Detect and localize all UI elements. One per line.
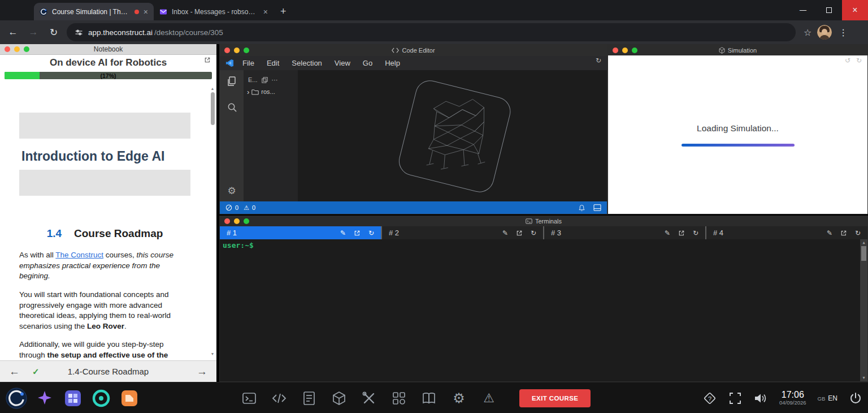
app-icon-purple-sparkle[interactable] xyxy=(34,388,55,409)
app-icon-orange[interactable] xyxy=(119,388,140,409)
fullscreen-icon[interactable] xyxy=(728,392,742,405)
terminal-viewport[interactable]: user:~$ ▲ ▼ xyxy=(220,239,867,381)
terminal-tab-3[interactable]: # 3 ✎ ↻ xyxy=(543,226,705,239)
volume-icon[interactable] xyxy=(753,392,768,405)
help-icon[interactable]: ? xyxy=(702,391,717,406)
close-traffic-light-icon[interactable] xyxy=(224,218,230,224)
back-button[interactable]: ← xyxy=(6,27,20,38)
editor-reload-button[interactable]: ↻ xyxy=(596,45,601,76)
terminal-scrollbar[interactable]: ▲ ▼ xyxy=(860,239,867,381)
scroll-up-icon[interactable]: ▲ xyxy=(862,240,865,245)
sim-sync-button[interactable]: ↺ xyxy=(845,57,850,64)
dock-terminal-icon[interactable] xyxy=(242,391,257,406)
tab-close-button[interactable]: × xyxy=(263,8,268,16)
restart-terminal-icon[interactable]: ↻ xyxy=(693,230,698,236)
notebook-content[interactable]: Introduction to Edge AI 1.4Course Roadma… xyxy=(0,82,216,360)
errors-icon xyxy=(225,204,232,211)
terminal-tab-2[interactable]: # 2 ✎ ↻ xyxy=(381,226,543,239)
scroll-down-icon[interactable]: ▼ xyxy=(211,352,215,356)
restart-terminal-icon[interactable]: ↻ xyxy=(368,230,374,236)
terminal-tab-1[interactable]: # 1 ✎ ↻ xyxy=(220,226,381,239)
tree-item-ros[interactable]: › ros... xyxy=(244,86,298,97)
scroll-down-icon[interactable]: ▼ xyxy=(862,376,865,380)
restart-terminal-icon[interactable]: ↻ xyxy=(855,230,861,236)
tab-close-button[interactable]: × xyxy=(144,8,148,16)
settings-gear-icon[interactable]: ⚙ xyxy=(227,185,236,197)
errors-count: 0 xyxy=(235,204,238,211)
open-external-icon[interactable] xyxy=(678,230,685,236)
zoom-traffic-light-icon[interactable] xyxy=(244,218,249,224)
menu-go[interactable]: Go xyxy=(357,59,379,67)
editor-viewport[interactable] xyxy=(298,70,607,201)
panel-layout-icon[interactable] xyxy=(593,204,601,211)
app-icon-indigo-grid[interactable] xyxy=(62,388,84,409)
minimize-traffic-light-icon[interactable] xyxy=(234,218,240,224)
menu-file[interactable]: File xyxy=(236,59,261,67)
language-indicator[interactable]: GB EN xyxy=(818,394,837,402)
minimize-traffic-light-icon[interactable] xyxy=(622,48,628,53)
close-traffic-light-icon[interactable] xyxy=(224,48,230,53)
notebook-scrollbar[interactable]: ▲ ▼ xyxy=(210,87,215,356)
scrollbar-thumb[interactable] xyxy=(211,92,215,125)
tab-course-simulation[interactable]: Course Simulation | The Co × xyxy=(34,3,154,20)
open-external-icon[interactable] xyxy=(516,230,523,236)
terminal-tab-4[interactable]: # 4 ✎ ↻ xyxy=(705,226,867,239)
scrollbar-thumb[interactable] xyxy=(861,246,866,261)
restart-terminal-icon[interactable]: ↻ xyxy=(531,230,536,236)
close-traffic-light-icon[interactable] xyxy=(5,46,10,52)
forward-button[interactable]: → xyxy=(26,27,41,38)
close-traffic-light-icon[interactable] xyxy=(613,48,618,53)
dock-settings-gear-icon[interactable]: ⚙ xyxy=(452,391,466,406)
zoom-traffic-light-icon[interactable] xyxy=(632,48,637,53)
app-icon-teal-ring[interactable] xyxy=(90,388,112,409)
profile-avatar[interactable] xyxy=(817,25,832,40)
zoom-traffic-light-icon[interactable] xyxy=(24,46,29,52)
browser-menu-icon[interactable]: ⋮ xyxy=(837,27,849,38)
minimize-traffic-light-icon[interactable] xyxy=(14,46,20,52)
zoom-traffic-light-icon[interactable] xyxy=(244,48,249,53)
sim-reload-button[interactable]: ↻ xyxy=(856,57,862,64)
dock-apps-grid-icon[interactable] xyxy=(392,391,406,406)
rename-terminal-icon[interactable]: ✎ xyxy=(502,230,508,236)
address-bar[interactable]: app.theconstruct.ai/desktop/course/305 xyxy=(67,23,796,41)
clock[interactable]: 17:06 04/09/2026 xyxy=(779,390,806,406)
power-icon[interactable] xyxy=(849,392,862,405)
explorer-files-icon[interactable] xyxy=(226,76,237,87)
dock-docs-book-icon[interactable] xyxy=(422,391,436,406)
open-external-button[interactable] xyxy=(204,44,211,75)
construct-logo-icon[interactable] xyxy=(6,388,27,409)
open-external-icon[interactable] xyxy=(840,230,847,236)
scroll-up-icon[interactable]: ▲ xyxy=(211,87,215,91)
menu-selection[interactable]: Selection xyxy=(285,59,328,67)
new-tab-button[interactable]: + xyxy=(280,6,287,16)
reload-button[interactable]: ↻ xyxy=(46,27,61,38)
site-settings-icon[interactable] xyxy=(75,28,83,37)
notifications-bell-icon[interactable] xyxy=(578,204,585,212)
close-window-button[interactable]: × xyxy=(842,0,868,20)
rename-terminal-icon[interactable]: ✎ xyxy=(827,230,832,236)
dock-warning-icon[interactable]: ⚠ xyxy=(481,391,496,406)
dock-tools-icon[interactable] xyxy=(362,391,376,406)
dock-code-icon[interactable] xyxy=(272,391,287,406)
dock-notebook-icon[interactable] xyxy=(302,391,316,406)
simulation-window-title: Simulation xyxy=(608,47,867,54)
minimize-button[interactable]: — xyxy=(790,0,816,20)
progress-bar: (17%) xyxy=(5,72,212,79)
rename-terminal-icon[interactable]: ✎ xyxy=(340,230,346,236)
menu-edit[interactable]: Edit xyxy=(261,59,285,67)
terminal-prompt[interactable]: user:~$ xyxy=(223,241,254,249)
bookmark-star-icon[interactable]: ☆ xyxy=(804,27,811,38)
the-construct-link[interactable]: The Construct xyxy=(55,251,103,259)
open-external-icon[interactable] xyxy=(354,230,361,236)
exit-course-button[interactable]: EXIT COURSE xyxy=(519,389,591,407)
new-file-icon[interactable] xyxy=(262,77,268,83)
menu-view[interactable]: View xyxy=(328,59,357,67)
maximize-button[interactable] xyxy=(816,0,842,20)
minimize-traffic-light-icon[interactable] xyxy=(234,48,240,53)
search-icon[interactable] xyxy=(227,102,237,113)
tab-inbox[interactable]: Inbox - Messages - robsonms × xyxy=(154,3,274,20)
rename-terminal-icon[interactable]: ✎ xyxy=(665,230,670,236)
dock-simulation-cube-icon[interactable] xyxy=(332,391,346,406)
more-actions-icon[interactable]: ⋯ xyxy=(272,76,278,84)
menu-help[interactable]: Help xyxy=(379,59,406,67)
